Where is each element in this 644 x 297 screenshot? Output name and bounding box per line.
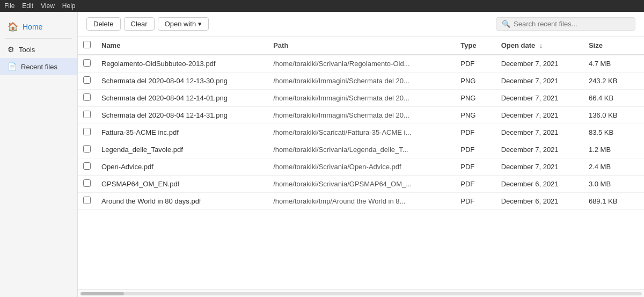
sidebar-home-label: Home (23, 23, 42, 31)
menu-edit[interactable]: Edit (22, 2, 33, 10)
scrollbar-thumb[interactable] (81, 292, 124, 295)
toolbar: Delete Clear Open with 🔍 (78, 12, 644, 37)
sidebar-item-home[interactable]: 🏠 Home (0, 17, 77, 36)
sidebar: 🏠 Home ⚙ Tools 📄 Recent files (0, 12, 78, 297)
cell-path: /home/torakiki/Scrivania/Open-Advice.pdf (268, 158, 455, 176)
cell-size: 3.0 MB (583, 176, 644, 193)
cell-type: PDF (455, 158, 495, 176)
cell-name: Around the World in 80 days.pdf (96, 193, 268, 210)
row-checkbox[interactable] (83, 76, 91, 84)
cell-name: Open-Advice.pdf (96, 158, 268, 176)
cell-date: December 7, 2021 (496, 73, 583, 90)
row-checkbox-cell[interactable] (78, 55, 96, 73)
cell-type: PDF (455, 193, 495, 210)
row-checkbox-cell[interactable] (78, 73, 96, 90)
files-table: Name Path Type Open date ↓ (78, 37, 644, 210)
table-row: Schermata del 2020-08-04 12-14-01.png /h… (78, 90, 644, 107)
files-table-wrapper: Name Path Type Open date ↓ (78, 37, 644, 289)
sidebar-tools-label: Tools (19, 46, 35, 54)
cell-size: 4.7 MB (583, 55, 644, 73)
sort-arrow-icon: ↓ (539, 41, 543, 49)
cell-path: /home/torakiki/Immagini/Schermata del 20… (268, 107, 455, 124)
row-checkbox-cell[interactable] (78, 176, 96, 193)
table-row: GPSMAP64_OM_EN.pdf /home/torakiki/Scriva… (78, 176, 644, 193)
cell-path: /home/torakiki/tmp/Around the World in 8… (268, 193, 455, 210)
row-checkbox-cell[interactable] (78, 193, 96, 210)
cell-size: 66.4 KB (583, 90, 644, 107)
sidebar-recent-files-button[interactable]: Recent files (21, 63, 70, 71)
cell-type: PDF (455, 55, 495, 73)
search-input[interactable] (514, 20, 630, 28)
content-area: Delete Clear Open with 🔍 Name (78, 12, 644, 297)
row-checkbox-cell[interactable] (78, 124, 96, 141)
scrollbar-track (80, 292, 642, 295)
cell-date: December 7, 2021 (496, 158, 583, 176)
col-header-name: Name (96, 37, 268, 55)
open-with-button[interactable]: Open with (158, 17, 209, 31)
cell-size: 83.5 KB (583, 124, 644, 141)
cell-size: 2.4 MB (583, 158, 644, 176)
table-row: Schermata del 2020-08-04 12-13-30.png /h… (78, 73, 644, 90)
col-header-size: Size (583, 37, 644, 55)
cell-name: Regolamento-OldSubbuteo-2013.pdf (96, 55, 268, 73)
row-checkbox-cell[interactable] (78, 141, 96, 158)
search-icon: 🔍 (502, 20, 510, 28)
home-icon: 🏠 (8, 21, 18, 32)
row-checkbox-cell[interactable] (78, 90, 96, 107)
cell-date: December 7, 2021 (496, 141, 583, 158)
cell-date: December 7, 2021 (496, 107, 583, 124)
tools-icon: ⚙ (8, 45, 14, 54)
cell-date: December 6, 2021 (496, 176, 583, 193)
cell-path: /home/torakiki/Scrivania/Regolamento-Old… (268, 55, 455, 73)
table-header-row: Name Path Type Open date ↓ (78, 37, 644, 55)
menu-file[interactable]: File (4, 2, 14, 10)
row-checkbox-cell[interactable] (78, 107, 96, 124)
cell-size: 1.2 MB (583, 141, 644, 158)
menubar: File Edit View Help (0, 0, 644, 12)
delete-button[interactable]: Delete (86, 17, 121, 31)
horizontal-scrollbar[interactable] (78, 289, 644, 297)
row-checkbox[interactable] (83, 179, 91, 187)
cell-path: /home/torakiki/Immagini/Schermata del 20… (268, 73, 455, 90)
cell-path: /home/torakiki/Scrivania/GPSMAP64_OM_... (268, 176, 455, 193)
cell-date: December 7, 2021 (496, 90, 583, 107)
menu-view[interactable]: View (41, 2, 55, 10)
table-row: Schermata del 2020-08-04 12-14-31.png /h… (78, 107, 644, 124)
cell-path: /home/torakiki/Scaricati/Fattura-35-ACME… (268, 124, 455, 141)
row-checkbox[interactable] (83, 111, 91, 118)
sidebar-item-tools[interactable]: ⚙ Tools (0, 41, 77, 58)
sidebar-divider (5, 38, 72, 39)
row-checkbox-cell[interactable] (78, 158, 96, 176)
cell-size: 689.1 KB (583, 193, 644, 210)
cell-type: PNG (455, 73, 495, 90)
cell-type: PDF (455, 124, 495, 141)
cell-date: December 6, 2021 (496, 193, 583, 210)
row-checkbox[interactable] (83, 197, 91, 204)
cell-date: December 7, 2021 (496, 124, 583, 141)
cell-size: 136.0 KB (583, 107, 644, 124)
row-checkbox[interactable] (83, 128, 91, 135)
cell-date: December 7, 2021 (496, 55, 583, 73)
table-row: Legenda_delle_Tavole.pdf /home/torakiki/… (78, 141, 644, 158)
cell-name: Schermata del 2020-08-04 12-13-30.png (96, 73, 268, 90)
cell-path: /home/torakiki/Immagini/Schermata del 20… (268, 90, 455, 107)
table-row: Open-Advice.pdf /home/torakiki/Scrivania… (78, 158, 644, 176)
col-header-type: Type (455, 37, 495, 55)
cell-size: 243.2 KB (583, 73, 644, 90)
clear-button[interactable]: Clear (124, 17, 155, 31)
select-all-checkbox[interactable] (83, 41, 91, 48)
cell-name: Schermata del 2020-08-04 12-14-31.png (96, 107, 268, 124)
cell-type: PNG (455, 90, 495, 107)
cell-type: PDF (455, 176, 495, 193)
row-checkbox[interactable] (83, 59, 91, 67)
recent-files-icon: 📄 (8, 62, 17, 71)
select-all-header[interactable] (78, 37, 96, 55)
menu-help[interactable]: Help (62, 2, 76, 10)
row-checkbox[interactable] (83, 93, 91, 101)
cell-path: /home/torakiki/Scrivania/Legenda_delle_T… (268, 141, 455, 158)
sidebar-item-recent-files[interactable]: 📄 Recent files (0, 58, 77, 75)
row-checkbox[interactable] (83, 145, 91, 153)
col-header-open-date[interactable]: Open date ↓ (496, 37, 583, 55)
col-header-path: Path (268, 37, 455, 55)
row-checkbox[interactable] (83, 162, 91, 170)
